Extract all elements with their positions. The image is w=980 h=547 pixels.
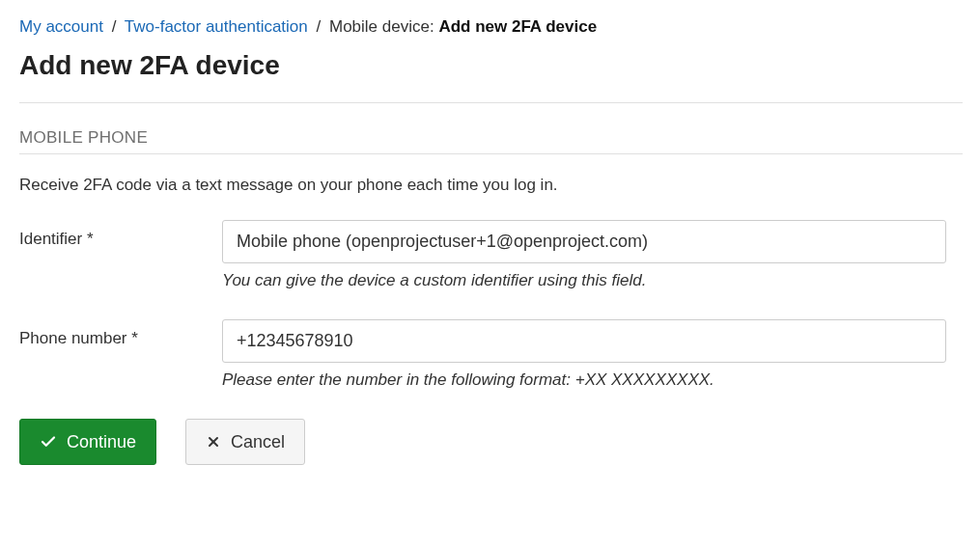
identifier-label: Identifier * (19, 220, 222, 249)
breadcrumb-separator: / (112, 17, 117, 36)
cancel-button-label: Cancel (231, 432, 285, 452)
continue-button-label: Continue (67, 432, 136, 452)
page-title: Add new 2FA device (19, 50, 963, 81)
breadcrumb-link-two-factor[interactable]: Two-factor authentication (125, 17, 308, 36)
phone-label: Phone number * (19, 319, 222, 348)
identifier-field[interactable] (222, 220, 946, 263)
actions-bar: Continue Cancel (19, 419, 963, 465)
breadcrumb-link-my-account[interactable]: My account (19, 17, 103, 36)
close-icon (206, 434, 221, 450)
continue-button[interactable]: Continue (19, 419, 156, 465)
form-row-phone: Phone number * Please enter the number i… (19, 319, 963, 390)
breadcrumb: My account / Two-factor authentication /… (19, 17, 963, 37)
section-description: Receive 2FA code via a text message on y… (19, 176, 963, 195)
divider (19, 102, 963, 103)
identifier-hint: You can give the device a custom identif… (222, 271, 963, 290)
phone-hint: Please enter the number in the following… (222, 370, 963, 390)
section-header: MOBILE PHONE (19, 128, 963, 154)
cancel-button[interactable]: Cancel (185, 419, 305, 465)
checkmark-icon (40, 433, 57, 451)
breadcrumb-current-prefix: Mobile device: (329, 17, 438, 36)
phone-field[interactable] (222, 319, 946, 363)
breadcrumb-separator: / (317, 17, 322, 36)
breadcrumb-current: Add new 2FA device (438, 17, 597, 36)
form-row-identifier: Identifier * You can give the device a c… (19, 220, 963, 290)
